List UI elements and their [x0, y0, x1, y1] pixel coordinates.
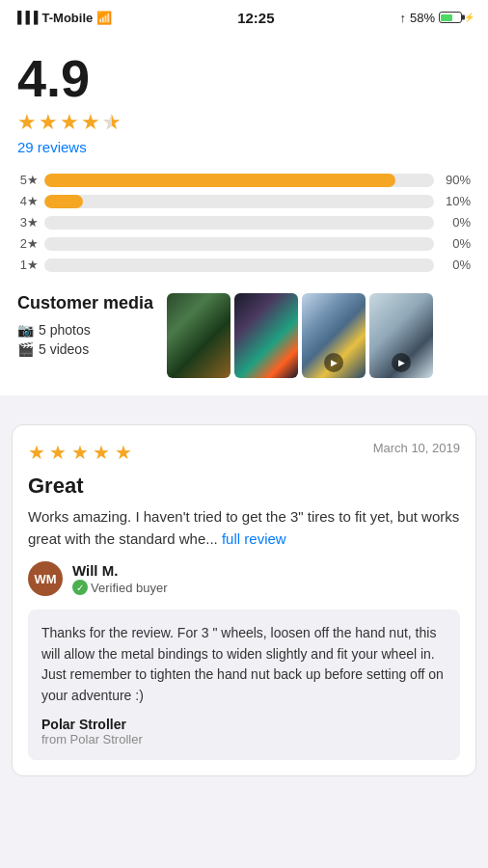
videos-label: 5 videos: [39, 341, 89, 357]
photos-label: 5 photos: [39, 322, 91, 338]
review-star-1: ★: [28, 442, 45, 463]
bar-row-3: 3★ 0%: [17, 215, 471, 230]
media-thumb-3[interactable]: ▶: [302, 293, 366, 378]
seller-name: Polar Stroller: [41, 717, 447, 732]
media-info: Customer media 📷 5 photos 🎬 5 videos: [17, 293, 153, 361]
bar-track-4: [44, 195, 434, 208]
media-thumbnails: ▶ ▶: [167, 293, 433, 378]
review-date: March 10, 2019: [373, 441, 460, 455]
rating-bars: 5★ 90% 4★ 10% 3★ 0% 2★ 0%: [17, 173, 471, 272]
star-1: ★: [17, 110, 37, 135]
star-2: ★: [39, 110, 58, 135]
status-carrier: ▐▐▐ T-Mobile 📶: [14, 11, 112, 25]
review-stars: ★ ★ ★ ★ ★: [28, 441, 132, 464]
battery-indicator: ⚡: [439, 12, 474, 23]
bar-label-2: 2★: [17, 236, 39, 251]
bar-fill-4: [44, 195, 83, 208]
star-4: ★: [81, 110, 100, 135]
review-star-5: ★: [115, 442, 132, 463]
bar-pct-1: 0%: [440, 258, 471, 272]
camera-icon: 📷: [17, 322, 34, 338]
charging-icon: ⚡: [464, 13, 474, 22]
reviews-count[interactable]: 29 reviews: [17, 139, 471, 155]
bar-row-2: 2★ 0%: [17, 236, 471, 251]
status-battery: ↑ 58% ⚡: [399, 11, 474, 25]
review-star-3: ★: [71, 442, 89, 463]
reviewer-name: Will M.: [72, 562, 118, 579]
avatar: WM: [28, 561, 63, 596]
review-body: Works amazing. I haven't tried to get th…: [28, 506, 460, 550]
wifi-icon: 📶: [96, 11, 112, 25]
bar-label-4: 4★: [17, 194, 39, 208]
media-thumb-2[interactable]: [234, 293, 298, 378]
star-5-half: ★ ★: [102, 110, 122, 135]
verified-badge: ✓ Verified buyer: [72, 580, 168, 595]
main-content: 4.9 ★ ★ ★ ★ ★ ★ 29 reviews 5★ 90% 4★: [0, 35, 488, 395]
rating-stars: ★ ★ ★ ★ ★ ★: [17, 110, 471, 135]
bar-track-1: [44, 258, 434, 272]
seller-reply: Thanks for the review. For 3 " wheels, l…: [28, 610, 460, 760]
review-card: ★ ★ ★ ★ ★ March 10, 2019 Great Works ama…: [12, 424, 476, 776]
status-time: 12:25: [237, 10, 274, 26]
bar-row-1: 1★ 0%: [17, 258, 471, 272]
review-title: Great: [28, 474, 460, 499]
carrier-name: T-Mobile: [42, 11, 94, 25]
customer-media-title: Customer media: [17, 293, 153, 314]
videos-count[interactable]: 🎬 5 videos: [17, 341, 153, 357]
bar-track-2: [44, 237, 434, 251]
bar-label-5: 5★: [17, 173, 39, 187]
full-review-link[interactable]: full review: [222, 530, 286, 547]
signal-icon: ▐▐▐: [14, 11, 39, 24]
review-star-2: ★: [49, 442, 67, 463]
bar-track-3: [44, 216, 434, 230]
video-icon: 🎬: [17, 341, 34, 357]
reviewer-row: WM Will M. ✓ Verified buyer: [28, 561, 460, 596]
check-circle-icon: ✓: [72, 580, 88, 595]
reviewer-info: Will M. ✓ Verified buyer: [72, 562, 168, 595]
review-star-4: ★: [93, 442, 110, 463]
rating-score: 4.9: [17, 52, 471, 104]
page-content: ★ ★ ★ ★ ★ March 10, 2019 Great Works ama…: [0, 413, 488, 803]
battery-percent: 58%: [410, 11, 435, 25]
bar-pct-2: 0%: [440, 236, 471, 251]
status-bar: ▐▐▐ T-Mobile 📶 12:25 ↑ 58% ⚡: [0, 0, 488, 35]
seller-reply-body: Thanks for the review. For 3 " wheels, l…: [41, 623, 447, 707]
rating-overview: 4.9 ★ ★ ★ ★ ★ ★ 29 reviews: [17, 52, 471, 155]
media-thumb-1[interactable]: [167, 293, 230, 378]
bar-fill-5: [44, 174, 395, 187]
customer-media-section: Customer media 📷 5 photos 🎬 5 videos ▶ ▶: [17, 293, 471, 395]
bar-label-3: 3★: [17, 215, 39, 230]
seller-identity: Polar Stroller from Polar Stroller: [41, 717, 447, 746]
bar-track-5: [44, 174, 434, 187]
play-icon-4: ▶: [392, 353, 411, 372]
bar-pct-5: 90%: [440, 173, 471, 187]
play-icon-3: ▶: [324, 353, 343, 372]
bar-label-1: 1★: [17, 258, 39, 272]
bar-row-4: 4★ 10%: [17, 194, 471, 208]
verified-label: Verified buyer: [91, 581, 168, 595]
review-header: ★ ★ ★ ★ ★ March 10, 2019: [28, 441, 460, 464]
location-icon: ↑: [399, 11, 406, 25]
media-thumb-4[interactable]: ▶: [369, 293, 433, 378]
bar-pct-4: 10%: [440, 194, 471, 208]
star-3: ★: [60, 110, 79, 135]
seller-from: from Polar Stroller: [41, 732, 447, 746]
bar-row-5: 5★ 90%: [17, 173, 471, 187]
bar-pct-3: 0%: [440, 215, 471, 230]
photos-count[interactable]: 📷 5 photos: [17, 322, 153, 338]
